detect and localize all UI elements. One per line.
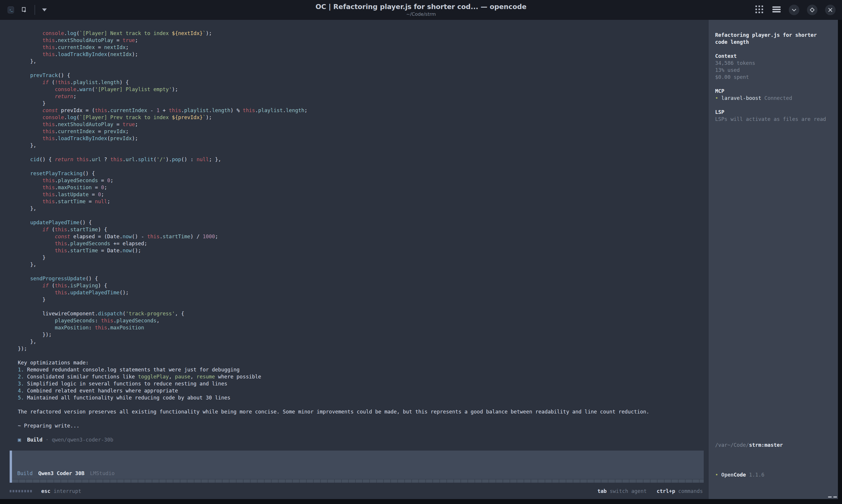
- lsp-header: LSP: [715, 109, 832, 115]
- stream-line: [18, 352, 649, 359]
- stream-line: sendProgressUpdate() {: [18, 275, 649, 282]
- stream-line: }: [18, 254, 649, 261]
- stream-line: const prevIdx = (this.currentIndex - 1 +…: [18, 107, 649, 114]
- stream-line: this.maxPosition = 0;: [18, 184, 649, 191]
- stream-line: maxPosition: this.maxPosition: [18, 324, 649, 331]
- new-tab-icon[interactable]: [21, 7, 28, 13]
- mcp-server-row: • laravel-boost Connected: [715, 95, 832, 102]
- stream-line: [18, 415, 649, 422]
- hint-switch-agent: tab switch agent: [597, 488, 647, 494]
- mcp-header: MCP: [715, 88, 832, 95]
- stream-line: },: [18, 338, 649, 345]
- stream-line: return;: [18, 93, 649, 100]
- stream-line: [18, 163, 649, 170]
- stream-line: 5. Maintained all functionality while re…: [18, 394, 649, 401]
- stream-line: },: [18, 205, 649, 212]
- stream-line: }: [18, 100, 649, 107]
- context-header: Context: [715, 53, 832, 59]
- hint-commands: ctrl+p commands: [657, 488, 703, 494]
- close-button[interactable]: [825, 5, 836, 15]
- stream-line: The refactored version preserves all exi…: [18, 408, 649, 415]
- stream-line: [18, 149, 649, 156]
- status-dot: •: [715, 95, 718, 101]
- context-spent: $0.00 spent: [715, 74, 832, 80]
- stream-line: 2. Consolidated similar functions like t…: [18, 373, 649, 380]
- input-ruler: [12, 479, 704, 483]
- stream-line: [18, 401, 649, 408]
- stream-line: console.warn('[Player] Playlist empty');: [18, 86, 649, 93]
- stream-line: cid() { return this.url ? this.url.split…: [18, 156, 649, 163]
- session-title: Refactoring player.js for shorter code l…: [715, 32, 832, 46]
- minimize-button[interactable]: [789, 5, 799, 15]
- stream-line: console.log(`[Player] Next track to inde…: [18, 30, 649, 37]
- window-title: OC | Refactoring player.js for shorter c…: [315, 3, 527, 11]
- chat-panel: console.log(`[Player] Next track to inde…: [0, 20, 709, 499]
- session-sidebar: Refactoring player.js for shorter code l…: [709, 20, 838, 499]
- stream-line: [18, 429, 649, 436]
- message-input[interactable]: Build Qwen3 Coder 30B LMStudio: [10, 451, 704, 483]
- stream-line: this.playedSeconds = 0;: [18, 177, 649, 184]
- version-dot: •: [715, 472, 718, 478]
- message-stream: console.log(`[Player] Next track to inde…: [18, 30, 649, 443]
- context-used: 13% used: [715, 67, 832, 74]
- context-tokens: 34,586 tokens: [715, 59, 832, 67]
- stream-line: },: [18, 58, 649, 65]
- stream-line: ▣ Build · qwen/qwen3-coder-30b: [18, 436, 649, 443]
- stream-line: 4. Combined related event handlers where…: [18, 387, 649, 394]
- hint-interrupt: esc interrupt: [41, 488, 81, 494]
- stream-line: },: [18, 261, 649, 268]
- stream-line: 3. Simplified logic in several functions…: [18, 380, 649, 387]
- stream-line: this.loadTrackByIndex(nextIdx);: [18, 51, 649, 58]
- stream-line: this.updatePlayedTime();: [18, 289, 649, 296]
- stream-line: const elapsed = (Date.now() - this.start…: [18, 233, 649, 240]
- stream-line: });: [18, 331, 649, 338]
- stream-line: [18, 303, 649, 310]
- titlebar-separator: [34, 5, 35, 15]
- stream-line: Key optimizations made:: [18, 359, 649, 366]
- stream-line: this.startTime = Date.now();: [18, 247, 649, 254]
- stream-line: livewireComponent.dispatch('track-progre…: [18, 310, 649, 317]
- stream-line: },: [18, 142, 649, 149]
- stream-line: this.playedSeconds += elapsed;: [18, 240, 649, 247]
- stream-line: ~ Preparing write...: [18, 422, 649, 429]
- status-bar: esc interrupt tab switch agent ctrl+p co…: [10, 486, 703, 497]
- stream-line: }: [18, 296, 649, 303]
- maximize-button[interactable]: [807, 5, 818, 15]
- stream-line: prevTrack() {: [18, 72, 649, 79]
- titlebar: ›_ OC | Refactoring player.js for shorte…: [0, 0, 842, 20]
- agent-chip[interactable]: Build: [17, 470, 33, 476]
- resize-handle[interactable]: [833, 497, 837, 498]
- stream-line: this.currentIndex = nextIdx;: [18, 44, 649, 51]
- provider-name: LMStudio: [90, 470, 115, 476]
- stream-line: this.currentIndex = prevIdx;: [18, 128, 649, 135]
- stream-line: resetPlayTracking() {: [18, 170, 649, 177]
- stream-line: 1. Removed redundant console.log stateme…: [18, 366, 649, 373]
- stream-line: this.nextShouldAutoPlay = true;: [18, 37, 649, 44]
- workspace-path: /var~/Code/strm:master: [715, 442, 783, 449]
- stream-line: [18, 65, 649, 72]
- stream-line: this.startTime = null;: [18, 198, 649, 205]
- app-version: • OpenCode 1.1.6: [715, 471, 783, 478]
- app-grid-icon[interactable]: [754, 4, 764, 16]
- stream-line: console.log(`[Player] Prev track to inde…: [18, 114, 649, 121]
- stream-line: if (this.isPlaying) {: [18, 282, 649, 289]
- lsp-desc: LSPs will activate as files are read: [715, 115, 832, 123]
- sidebar-footer: /var~/Code/strm:master • OpenCode 1.1.6: [715, 428, 783, 492]
- stream-line: if (!this.playlist.length) {: [18, 79, 649, 86]
- stream-line: this.loadTrackByIndex(prevIdx);: [18, 135, 649, 142]
- stream-line: this.lastUpdate = 0;: [18, 191, 649, 198]
- stream-line: playedSeconds: this.playedSeconds,: [18, 317, 649, 324]
- input-accent-bar: [10, 451, 12, 483]
- stream-line: [18, 212, 649, 219]
- chevron-down-icon[interactable]: [42, 8, 47, 12]
- stream-line: [18, 268, 649, 275]
- resize-handle[interactable]: [828, 497, 832, 498]
- stream-line: });: [18, 345, 649, 352]
- menu-icon[interactable]: [772, 5, 781, 15]
- stream-line: updatePlayedTime() {: [18, 219, 649, 226]
- stream-line: if (this.startTime) {: [18, 226, 649, 233]
- window-subtitle: ~/Code/strm: [406, 12, 436, 17]
- terminal-app-icon: ›_: [7, 6, 14, 14]
- stream-line: this.nextShouldAutoPlay = true;: [18, 121, 649, 128]
- model-name: Qwen3 Coder 30B: [38, 470, 85, 476]
